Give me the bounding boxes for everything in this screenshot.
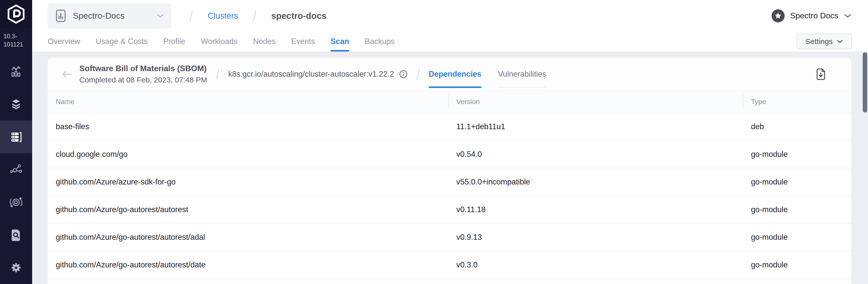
column-header-type: Type [743,90,851,113]
sbom-completed-at: Completed at 08 Feb, 2023, 07:48 PM [80,76,207,84]
sidebar-item-system[interactable] [0,186,32,219]
tab-backups[interactable]: Backups [365,31,395,52]
breadcrumb-clusters-link[interactable]: Clusters [208,11,238,21]
cell-type: go-module [743,205,851,214]
sidebar-item-audit[interactable] [0,219,32,251]
table-header: Name Version Type [48,90,851,113]
back-arrow-icon [61,70,72,78]
top-bar: Spectro-Docs Clusters spectro-docs [32,0,868,31]
star-badge-icon [772,9,785,22]
table-row: github.com/Azure/go-autorest/autorest/ad… [48,224,851,251]
cell-type: go-module [743,233,851,242]
cell-name: github.com/Azure/azure-sdk-for-go [48,177,448,187]
cell-version: 11.1+deb11u1 [448,122,743,131]
tab-usage-costs[interactable]: Usage & Costs [96,31,148,52]
project-selector-label: Spectro-Docs [73,11,150,21]
tab-overview[interactable]: Overview [48,31,80,52]
table-row: base-files 11.1+deb11u1 deb [48,113,851,141]
palette-logo-icon [6,4,26,24]
main-area: Spectro-Docs Clusters spectro-docs [32,0,868,284]
sbom-title-block: Software Bill of Materials (SBOM) Comple… [80,64,207,84]
sidebar: 10.3- 101121 [0,0,32,284]
tab-dependencies[interactable]: Dependencies [429,58,482,90]
cell-type: go-module [743,260,851,269]
cell-type: deb [743,122,851,131]
cell-name: base-files [48,122,448,131]
scrollbar-thumb[interactable] [863,52,867,113]
cell-version: v55.0.0+incompatible [448,177,743,187]
account-menu[interactable]: Spectro Docs [772,9,851,22]
sbom-header: Software Bill of Materials (SBOM) Comple… [48,58,851,90]
chevron-down-icon [837,39,843,44]
app-window: 10.3- 101121 [0,0,868,284]
account-menu-label: Spectro Docs [790,11,838,20]
back-button[interactable] [60,70,74,78]
download-sbom-button[interactable] [815,68,826,80]
version-label: 10.3- 101121 [0,28,25,49]
breadcrumb: Clusters spectro-docs [181,10,327,22]
tab-scan[interactable]: Scan [331,31,349,52]
sidebar-item-settings[interactable] [0,251,32,284]
cell-name: cloud.google.com/go [48,150,448,159]
cell-version: v0.3.0 [448,260,743,269]
slash-icon [216,68,220,80]
cell-version: v0.54.0 [448,150,743,159]
orbit-icon [9,196,23,209]
sbom-tab-bar: Dependencies Vulnerabilities [429,58,546,90]
settings-button[interactable]: Settings [797,34,852,49]
sidebar-item-clusters[interactable] [0,121,32,153]
cell-name: github.com/Azure/go-autorest/autorest/da… [48,260,448,269]
cluster-tab-bar: Overview Usage & Costs Profile Workloads… [32,31,868,52]
settings-button-label: Settings [805,37,833,46]
palette-logo[interactable] [0,0,32,28]
tab-events[interactable]: Events [291,31,315,52]
sidebar-item-profiles[interactable] [0,88,32,121]
scan-content: Software Bill of Materials (SBOM) Comple… [32,52,868,284]
table-row: cloud.google.com/go v0.54.0 go-module [48,141,851,168]
sidebar-item-monitoring[interactable] [0,55,32,88]
clusters-icon [9,131,23,143]
network-icon [9,163,23,176]
bar-chart-icon [9,65,23,78]
sidebar-nav [0,55,32,284]
info-icon[interactable] [399,70,408,78]
column-header-version: Version [448,90,743,113]
slash-icon [189,10,193,22]
sidebar-item-workspaces[interactable] [0,153,32,186]
slash-icon [416,68,420,80]
gear-icon [9,261,23,274]
tab-workloads[interactable]: Workloads [201,31,238,52]
cell-version: v0.9.13 [448,233,743,242]
table-row: github.com/Azure/go-autorest/autorest/da… [48,251,851,279]
cell-name: github.com/Azure/go-autorest/autorest/ad… [48,233,448,242]
cell-name: github.com/Azure/go-autorest/autorest [48,205,448,214]
column-header-name: Name [48,90,448,113]
layers-icon [9,98,23,111]
cell-type: go-module [743,150,851,159]
tab-vulnerabilities[interactable]: Vulnerabilities [498,58,546,90]
slash-icon [253,10,257,22]
sbom-card: Software Bill of Materials (SBOM) Comple… [48,58,851,284]
project-chart-icon [55,9,66,22]
image-name: k8s.gcr.io/autoscaling/cluster-autoscale… [228,69,394,79]
doc-search-icon [9,228,23,242]
chevron-down-icon [844,13,851,18]
table-row: github.com/Azure/azure-sdk-for-go v55.0.… [48,168,851,196]
cell-version: v0.11.18 [448,205,743,214]
table-row: github.com/Azure/go-autorest/autorest v0… [48,196,851,224]
tab-profile[interactable]: Profile [163,31,185,52]
breadcrumb-current: spectro-docs [271,11,327,21]
image-reference: k8s.gcr.io/autoscaling/cluster-autoscale… [228,69,408,79]
tab-nodes[interactable]: Nodes [253,31,276,52]
cell-type: go-module [743,177,851,187]
file-download-icon [815,68,826,80]
sbom-title: Software Bill of Materials (SBOM) [80,64,207,73]
project-selector[interactable]: Spectro-Docs [48,3,172,28]
chevron-down-icon [156,13,164,18]
